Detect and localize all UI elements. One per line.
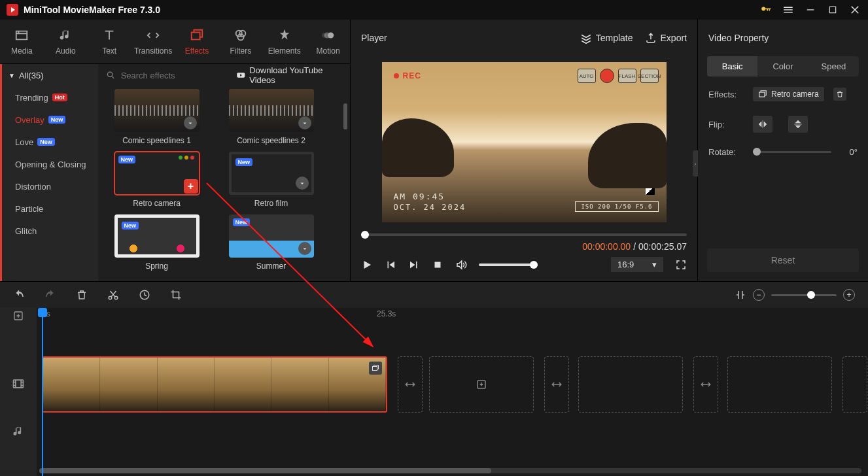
- undo-button[interactable]: [13, 289, 25, 301]
- preview-frame[interactable]: REC AUTO FLASH SECTION AM 09:45 OCT. 24 …: [382, 62, 667, 222]
- progress-bar[interactable]: [361, 233, 687, 236]
- redo-button[interactable]: [44, 289, 56, 301]
- category-particle[interactable]: Particle: [2, 197, 98, 220]
- tab-motion[interactable]: Motion: [306, 24, 350, 60]
- effect-card: NewSummer: [220, 214, 322, 271]
- menu-icon[interactable]: [782, 3, 795, 16]
- speed-button[interactable]: [139, 289, 150, 301]
- effect-thumb[interactable]: [229, 89, 314, 132]
- effect-label: Comic speedlines 1: [122, 136, 191, 145]
- svg-rect-18: [373, 367, 377, 371]
- reset-button[interactable]: Reset: [707, 248, 859, 272]
- effects-track[interactable]: [37, 329, 868, 355]
- category-sidebar: ▼ All(35) TrendingHotOverlayNewLoveNewOp…: [0, 64, 98, 281]
- download-youtube-link[interactable]: Download YouTube Videos: [236, 65, 342, 85]
- tab-filters[interactable]: Filters: [218, 24, 262, 60]
- transition-slot[interactable]: [842, 356, 867, 413]
- export-button[interactable]: Export: [645, 32, 687, 44]
- download-icon[interactable]: [184, 116, 197, 129]
- tab-elements[interactable]: Elements: [262, 24, 306, 60]
- stop-button[interactable]: [432, 259, 443, 271]
- zoom-in-button[interactable]: +: [843, 289, 855, 301]
- category-opening-closing[interactable]: Opening & Closing: [2, 153, 98, 175]
- svg-rect-0: [807, 9, 814, 10]
- key-icon[interactable]: [759, 3, 773, 16]
- add-effect-button[interactable]: +: [184, 179, 198, 194]
- svg-point-9: [107, 72, 112, 76]
- category-all[interactable]: ▼ All(35): [2, 64, 98, 86]
- empty-clip-slot[interactable]: [578, 356, 683, 413]
- titlebar: MiniTool MovieMaker Free 7.3.0: [0, 0, 868, 20]
- audio-track[interactable]: [37, 418, 868, 453]
- collapse-props-button[interactable]: ›: [693, 150, 698, 177]
- rotate-value: 0°: [838, 147, 858, 157]
- tab-transitions[interactable]: Transitions: [131, 24, 175, 60]
- transition-slot[interactable]: [693, 356, 718, 413]
- props-tab-basic[interactable]: Basic: [707, 56, 757, 76]
- tab-effects[interactable]: Effects: [175, 24, 219, 60]
- effect-thumb[interactable]: New+: [114, 152, 200, 195]
- search-input[interactable]: [121, 71, 231, 80]
- effect-chip[interactable]: Retro camera: [753, 87, 824, 101]
- clip-effect-badge[interactable]: [369, 362, 382, 375]
- add-track-button[interactable]: [0, 308, 37, 324]
- zoom-slider[interactable]: [771, 294, 837, 296]
- video-track[interactable]: [37, 356, 868, 414]
- maximize-icon[interactable]: [826, 3, 839, 16]
- crop-button[interactable]: [170, 289, 182, 301]
- flip-vertical-button[interactable]: [788, 116, 808, 133]
- fullscreen-button[interactable]: [675, 259, 687, 271]
- effect-thumb[interactable]: New: [229, 214, 314, 258]
- empty-clip-slot[interactable]: [727, 356, 832, 413]
- empty-clip-slot[interactable]: [429, 356, 534, 413]
- category-all-label: All(35): [19, 71, 44, 80]
- timeline-ruler[interactable]: 0s 25.3s: [37, 308, 868, 324]
- download-icon[interactable]: [298, 116, 311, 129]
- effect-thumb[interactable]: [114, 89, 200, 132]
- next-button[interactable]: [408, 259, 420, 271]
- gallery-scrollbar[interactable]: [343, 103, 347, 129]
- svg-point-8: [321, 33, 326, 37]
- effect-label: Spring: [145, 262, 168, 271]
- effect-thumb[interactable]: New: [114, 214, 200, 258]
- timeline-scrollbar[interactable]: [39, 468, 861, 473]
- effect-card: Comic speedlines 1: [106, 89, 207, 145]
- download-icon[interactable]: [298, 242, 311, 255]
- props-tab-color[interactable]: Color: [757, 56, 808, 76]
- cam-flash: FLASH: [618, 69, 636, 83]
- zoom-out-button[interactable]: −: [753, 289, 765, 301]
- playhead[interactable]: [42, 308, 43, 476]
- prev-button[interactable]: [385, 259, 396, 271]
- delete-effect-button[interactable]: [833, 88, 846, 101]
- tab-media[interactable]: Media: [0, 24, 44, 60]
- library-panel: MediaAudioTextTransitionsEffectsFiltersE…: [0, 20, 351, 281]
- volume-button[interactable]: [455, 259, 467, 271]
- flip-horizontal-button[interactable]: [753, 116, 773, 133]
- template-button[interactable]: Template: [580, 32, 633, 44]
- category-trending[interactable]: TrendingHot: [2, 86, 98, 109]
- download-icon[interactable]: [296, 177, 309, 190]
- cut-button[interactable]: [107, 289, 119, 301]
- tab-audio[interactable]: Audio: [44, 24, 88, 60]
- props-tab-speed[interactable]: Speed: [808, 56, 859, 76]
- minimize-icon[interactable]: [804, 3, 817, 16]
- category-love[interactable]: LoveNew: [2, 131, 98, 153]
- transition-slot[interactable]: [398, 356, 423, 413]
- transition-slot[interactable]: [544, 356, 569, 413]
- category-glitch[interactable]: Glitch: [2, 220, 98, 242]
- tab-text[interactable]: Text: [88, 24, 131, 60]
- aspect-select[interactable]: 16:9 ▾: [611, 257, 663, 272]
- rotate-slider[interactable]: [753, 151, 831, 153]
- play-button[interactable]: [361, 259, 373, 271]
- volume-slider[interactable]: [479, 264, 538, 266]
- video-clip[interactable]: [42, 356, 387, 413]
- effect-thumb[interactable]: New: [229, 152, 314, 195]
- close-icon[interactable]: [848, 3, 861, 16]
- overlay-date: OCT. 24 2024: [394, 203, 466, 212]
- ruler-mark: 25.3s: [377, 309, 396, 318]
- category-overlay[interactable]: OverlayNew: [2, 109, 98, 131]
- layers-icon: [758, 90, 767, 99]
- category-distortion[interactable]: Distortion: [2, 175, 98, 197]
- delete-button[interactable]: [76, 289, 88, 301]
- fit-timeline-button[interactable]: [735, 289, 746, 301]
